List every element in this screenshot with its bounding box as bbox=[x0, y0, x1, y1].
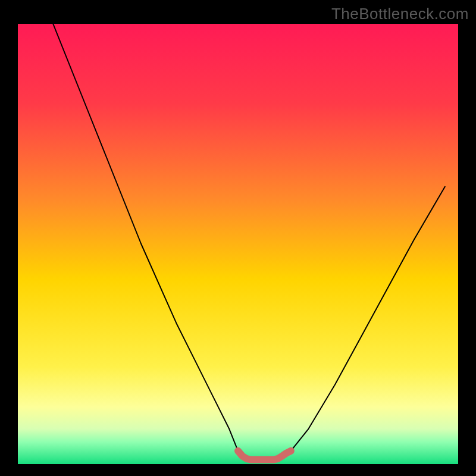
bottleneck-chart bbox=[0, 0, 476, 476]
chart-plot-bg bbox=[18, 24, 458, 464]
chart-frame: TheBottleneck.com bbox=[0, 0, 476, 476]
watermark-text: TheBottleneck.com bbox=[331, 5, 469, 23]
